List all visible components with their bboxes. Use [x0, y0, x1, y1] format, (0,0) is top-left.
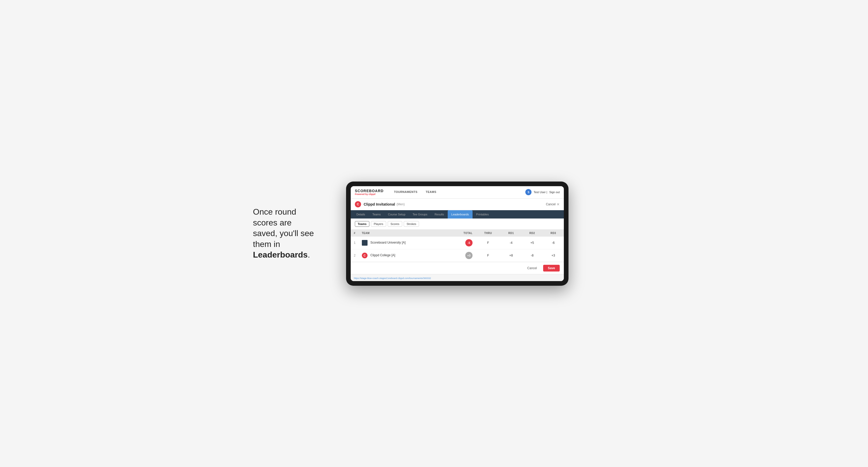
col-rank: # [351, 229, 359, 237]
close-icon: ✕ [557, 202, 560, 206]
status-url: https://stage-blue-coach.stagesCoreboard… [354, 277, 431, 280]
top-nav: SCOREBOARD Powered by clippd TOURNAMENTS… [351, 186, 564, 198]
leaderboard-table: # TEAM TOTAL THRU RD1 RD2 RD3 1 [351, 229, 564, 262]
col-total: TOTAL [448, 229, 476, 237]
score-badge-1: -5 [465, 239, 472, 246]
footer-cancel-button[interactable]: Cancel [524, 265, 540, 272]
filter-teams-button[interactable]: Teams [355, 221, 369, 227]
total-1: -5 [448, 237, 476, 249]
desc-period: . [308, 250, 310, 259]
team-name-1: Scoreboard University [A] [359, 237, 448, 249]
logo-text: SCOREBOARD [355, 189, 383, 193]
footer-save-button[interactable]: Save [543, 265, 560, 272]
user-name: Test User | [534, 191, 547, 194]
col-rd2: RD2 [522, 229, 543, 237]
rd3-2: +3 [542, 249, 564, 262]
rd2-1: +5 [522, 237, 543, 249]
filter-players-button[interactable]: Players [371, 221, 386, 227]
tournament-title: Clippd Invitational [364, 202, 395, 206]
tab-details[interactable]: Details [353, 210, 369, 218]
logo-area: SCOREBOARD Powered by clippd [355, 189, 383, 195]
col-team: TEAM [359, 229, 448, 237]
tab-printables[interactable]: Printables [472, 210, 492, 218]
rd2-2: -8 [522, 249, 543, 262]
rank-1: 1 [351, 237, 359, 249]
tournament-cancel-button[interactable]: Cancel ✕ [546, 202, 560, 206]
rd3-1: -6 [542, 237, 564, 249]
col-rd1: RD1 [500, 229, 522, 237]
col-rd3: RD3 [542, 229, 564, 237]
sign-out-link[interactable]: Sign out [549, 191, 560, 194]
tournament-subtitle: (Men) [397, 203, 404, 206]
tablet-screen: SCOREBOARD Powered by clippd TOURNAMENTS… [351, 186, 564, 281]
team-logo-1 [362, 240, 368, 246]
desc-highlight: Leaderboards [253, 250, 308, 259]
team-logo-2: C [362, 253, 368, 258]
rd1-2: +8 [500, 249, 522, 262]
desc-line1: Once round [253, 207, 296, 216]
tablet-device: SCOREBOARD Powered by clippd TOURNAMENTS… [346, 182, 568, 286]
tournament-header: C Clippd Invitational (Men) Cancel ✕ [351, 198, 564, 210]
rank-2: 2 [351, 249, 359, 262]
sub-tabs: Details Teams Course Setup Tee Groups Re… [351, 210, 564, 218]
logo-sub: Powered by clippd [355, 193, 383, 195]
filter-scores-button[interactable]: Scores [388, 221, 402, 227]
thru-1: F [476, 237, 500, 249]
desc-line2: scores are [253, 218, 291, 227]
desc-line4: them in [253, 240, 280, 249]
filter-bar: Teams Players Scores Strokes [351, 218, 564, 229]
tab-teams[interactable]: Teams [369, 210, 384, 218]
desc-line3: saved, you'll see [253, 228, 314, 238]
col-thru: THRU [476, 229, 500, 237]
page-wrapper: Once round scores are saved, you'll see … [253, 182, 615, 286]
left-description: Once round scores are saved, you'll see … [253, 207, 331, 260]
filter-strokes-button[interactable]: Strokes [404, 221, 419, 227]
tab-results[interactable]: Results [431, 210, 448, 218]
nav-right: S Test User | Sign out [525, 189, 560, 195]
total-2: +3 [448, 249, 476, 262]
score-badge-2: +3 [465, 252, 472, 259]
table-row: 1 Scoreboard University [A] -5 F -4 +5 [351, 237, 564, 249]
tournament-logo: C [355, 201, 361, 207]
tab-course-setup[interactable]: Course Setup [384, 210, 409, 218]
nav-tournaments[interactable]: TOURNAMENTS [390, 186, 422, 198]
user-avatar: S [525, 189, 531, 195]
thru-2: F [476, 249, 500, 262]
team-name-2: C Clippd College [A] [359, 249, 448, 262]
tab-leaderboards[interactable]: Leaderboards [448, 210, 472, 218]
rd1-1: -4 [500, 237, 522, 249]
status-bar: https://stage-blue-coach.stagesCoreboard… [351, 274, 564, 281]
tab-tee-groups[interactable]: Tee Groups [409, 210, 431, 218]
footer-bar: Cancel Save [351, 262, 564, 274]
logo-brand: clippd [369, 193, 376, 195]
nav-links: TOURNAMENTS TEAMS [390, 186, 525, 198]
table-row: 2 C Clippd College [A] +3 F +8 -8 +3 [351, 249, 564, 262]
nav-teams[interactable]: TEAMS [422, 186, 440, 198]
logo-sub-prefix: Powered by [355, 193, 369, 195]
